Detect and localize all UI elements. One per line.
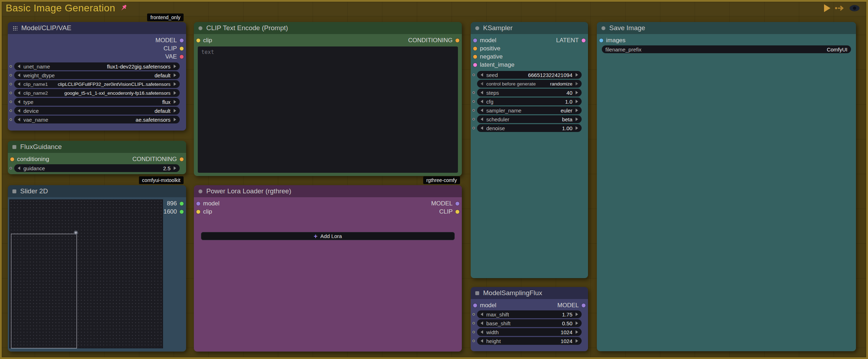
widget-denoise[interactable]: denoise 1.00 <box>477 124 582 132</box>
decrement-arrow-icon[interactable] <box>481 109 483 112</box>
base-shift-input-socket[interactable] <box>472 322 475 325</box>
output-socket-clip[interactable] <box>180 46 184 50</box>
decrement-arrow-icon[interactable] <box>481 339 483 343</box>
decrement-arrow-icon[interactable] <box>481 313 483 316</box>
decrement-arrow-icon[interactable] <box>18 166 20 170</box>
input-socket-model[interactable] <box>196 201 200 205</box>
collapse-icon[interactable] <box>475 291 479 295</box>
widget-weight-dtype[interactable]: weight_dtype default <box>14 71 180 79</box>
steps-input-socket[interactable] <box>472 92 475 94</box>
collapse-icon[interactable] <box>475 26 479 30</box>
output-socket-width[interactable] <box>180 201 184 205</box>
increment-arrow-icon[interactable] <box>576 117 578 121</box>
prompt-textarea[interactable]: text <box>198 46 458 173</box>
node-power-lora-loader[interactable]: Power Lora Loader (rgthree) model MODEL … <box>194 185 462 352</box>
decrement-arrow-icon[interactable] <box>481 321 483 325</box>
increment-arrow-icon[interactable] <box>174 65 176 68</box>
widget-base-shift[interactable]: base_shift 0.50 <box>477 319 582 327</box>
input-socket-conditioning[interactable] <box>10 157 14 161</box>
widget-max-shift[interactable]: max_shift 1.75 <box>477 310 582 318</box>
widget-scheduler[interactable]: scheduler beta <box>477 115 582 123</box>
cfg-input-socket[interactable] <box>472 100 475 103</box>
node-header[interactable]: ModelSamplingFlux <box>471 287 588 299</box>
queue-arrow-button[interactable] <box>835 5 845 12</box>
widget-cfg[interactable]: cfg 1.0 <box>477 98 582 105</box>
increment-arrow-icon[interactable] <box>576 73 578 77</box>
widget-steps[interactable]: steps 40 <box>477 89 582 96</box>
clip-name2-input-socket[interactable] <box>10 92 12 94</box>
width-input-socket[interactable] <box>472 331 475 333</box>
vae-name-input-socket[interactable] <box>10 118 12 121</box>
widget-guidance[interactable]: guidance 2.5 <box>14 164 180 172</box>
node-header[interactable]: Model/CLIP/VAE <box>8 22 186 34</box>
output-socket-conditioning[interactable] <box>455 38 459 42</box>
collapse-icon[interactable] <box>12 145 16 149</box>
eye-toggle-button[interactable] <box>849 4 860 12</box>
widget-unet-name[interactable]: unet_name flux1-dev22gig.safetensors <box>14 62 180 70</box>
increment-arrow-icon[interactable] <box>174 166 176 170</box>
input-socket-latent-image[interactable] <box>473 63 477 67</box>
widget-height[interactable]: height 1024 <box>477 337 582 345</box>
widget-seed[interactable]: seed 666512322421094 <box>477 71 582 79</box>
input-socket-model[interactable] <box>473 38 477 42</box>
output-socket-model[interactable] <box>180 38 184 42</box>
widget-width[interactable]: width 1024 <box>477 328 582 336</box>
max-shift-input-socket[interactable] <box>472 313 475 316</box>
node-save-image[interactable]: Save Image images filename_prefix ComfyU… <box>597 22 856 351</box>
increment-arrow-icon[interactable] <box>174 109 176 112</box>
sampler-name-input-socket[interactable] <box>472 109 475 112</box>
widget-control-before-generate[interactable]: control before generate randomize <box>477 80 582 88</box>
widget-filename-prefix[interactable]: filename_prefix ComfyUI <box>602 45 851 53</box>
guidance-input-socket[interactable] <box>10 167 12 170</box>
increment-arrow-icon[interactable] <box>576 321 578 325</box>
decrement-arrow-icon[interactable] <box>18 82 20 86</box>
increment-arrow-icon[interactable] <box>174 118 176 121</box>
node-ksampler[interactable]: KSampler model LATENT positive negative … <box>471 22 588 278</box>
run-play-button[interactable] <box>824 4 830 12</box>
unet-name-input-socket[interactable] <box>10 65 12 68</box>
output-socket-conditioning[interactable] <box>180 157 184 161</box>
increment-arrow-icon[interactable] <box>174 91 176 95</box>
decrement-arrow-icon[interactable] <box>481 117 483 121</box>
input-socket-clip[interactable] <box>196 38 200 42</box>
node-model-clip-vae[interactable]: Model/CLIP/VAE MODEL CLIP VAE unet_name … <box>8 22 186 131</box>
input-socket-positive[interactable] <box>473 46 477 50</box>
node-header[interactable]: Power Lora Loader (rgthree) <box>194 185 462 197</box>
clip-name1-input-socket[interactable] <box>10 83 12 85</box>
increment-arrow-icon[interactable] <box>576 330 578 334</box>
collapse-icon[interactable] <box>12 189 16 193</box>
node-slider-2d[interactable]: Slider 2D 896 1600 <box>8 185 186 352</box>
slider-handle[interactable] <box>74 231 78 235</box>
decrement-arrow-icon[interactable] <box>481 330 483 334</box>
drag-grid-icon[interactable] <box>12 26 17 31</box>
widget-device[interactable]: device default <box>14 107 180 115</box>
increment-arrow-icon[interactable] <box>174 73 176 77</box>
increment-arrow-icon[interactable] <box>576 313 578 316</box>
decrement-arrow-icon[interactable] <box>481 73 483 77</box>
node-header[interactable]: Save Image <box>597 22 856 34</box>
slider-2d-pad[interactable] <box>9 199 163 348</box>
device-input-socket[interactable] <box>10 110 12 112</box>
widget-type[interactable]: type flux <box>14 98 180 106</box>
increment-arrow-icon[interactable] <box>576 100 578 103</box>
weight-dtype-input-socket[interactable] <box>10 74 12 77</box>
seed-input-socket[interactable] <box>472 74 475 76</box>
decrement-arrow-icon[interactable] <box>481 100 483 103</box>
denoise-input-socket[interactable] <box>472 127 475 129</box>
decrement-arrow-icon[interactable] <box>18 100 20 104</box>
output-socket-model[interactable] <box>455 201 459 205</box>
scheduler-input-socket[interactable] <box>472 118 475 121</box>
decrement-arrow-icon[interactable] <box>481 126 483 130</box>
output-socket-clip[interactable] <box>455 210 459 214</box>
output-socket-latent[interactable] <box>582 38 586 42</box>
node-modelsamplingflux[interactable]: ModelSamplingFlux model MODEL max_shift … <box>471 287 588 351</box>
input-socket-model[interactable] <box>473 303 477 307</box>
increment-arrow-icon[interactable] <box>576 82 578 85</box>
widget-vae-name[interactable]: vae_name ae.safetensors <box>14 116 180 123</box>
node-clip-text-encode[interactable]: CLIP Text Encode (Prompt) clip CONDITION… <box>194 22 462 176</box>
decrement-arrow-icon[interactable] <box>481 91 483 94</box>
node-header[interactable]: Slider 2D <box>8 185 186 197</box>
increment-arrow-icon[interactable] <box>576 339 578 343</box>
input-socket-images[interactable] <box>599 38 603 42</box>
increment-arrow-icon[interactable] <box>576 126 578 130</box>
